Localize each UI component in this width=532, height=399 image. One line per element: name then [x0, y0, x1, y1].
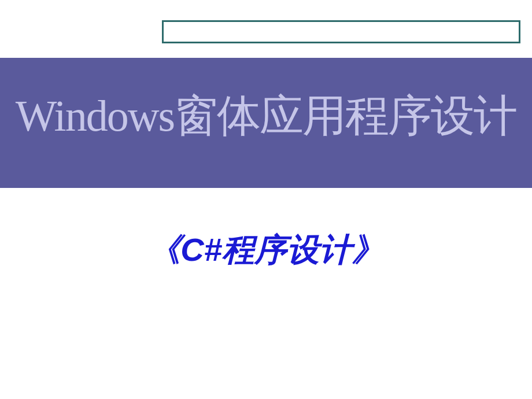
decorative-box [162, 20, 520, 43]
slide-container: Windows窗体应用程序设计 《C#程序设计》 [0, 0, 532, 399]
slide-subtitle: 《C#程序设计》 [0, 228, 532, 272]
slide-title: Windows窗体应用程序设计 [0, 87, 532, 146]
